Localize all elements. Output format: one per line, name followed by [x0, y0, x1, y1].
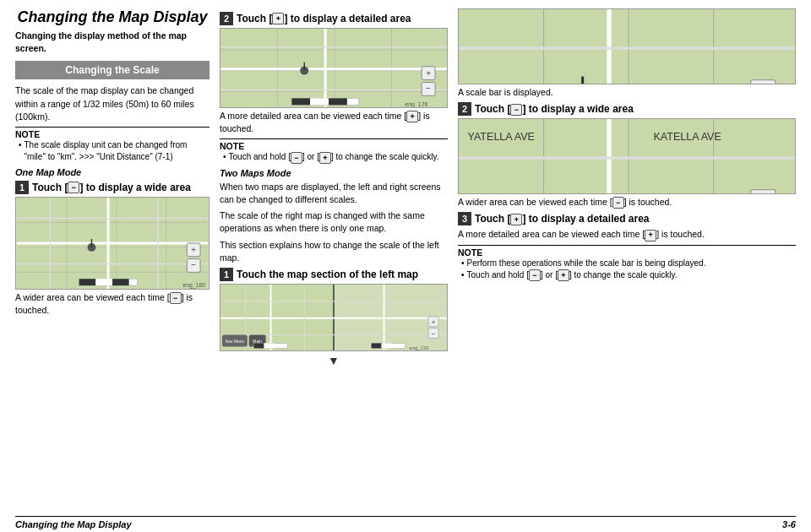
- note1-bullet-1: • The scale display unit can be changed …: [19, 139, 210, 163]
- svg-rect-16: [112, 279, 129, 285]
- main-content: Changing the Map Display Changing the di…: [15, 8, 796, 513]
- footer-left: Changing the Map Display: [15, 519, 132, 529]
- two-maps-body1: When two maps are displayed, the left an…: [220, 181, 448, 206]
- right-step2-num: 2: [458, 102, 471, 116]
- right-step3-heading: 3 Touch [+] to display a detailed area: [458, 212, 796, 225]
- svg-text:eng_160: eng_160: [182, 282, 205, 289]
- svg-rect-68: [382, 344, 392, 349]
- note1-bullet-text: The scale display unit can be changed fr…: [24, 139, 210, 163]
- svg-text:−: −: [426, 84, 431, 93]
- svg-rect-115: [751, 190, 776, 194]
- col-middle: 2 Touch [+] to display a detailed area: [220, 8, 448, 513]
- zoom-out-icon: −: [68, 182, 79, 193]
- svg-text:−: −: [432, 330, 436, 338]
- svg-rect-74: [459, 9, 795, 84]
- svg-text:+: +: [426, 68, 431, 78]
- svg-rect-36: [291, 98, 310, 105]
- svg-text:YATELLA AVE: YATELLA AVE: [467, 131, 535, 143]
- svg-text:eng_176: eng_176: [405, 101, 427, 108]
- svg-rect-37: [310, 98, 329, 105]
- note3-bullet-text-2: Touch and hold [−] or [+] to change the …: [467, 269, 678, 281]
- page: Changing the Map Display Changing the di…: [0, 0, 811, 532]
- note2-text: Touch and hold [−] or [+] to change the …: [229, 151, 439, 163]
- note-title-1: NOTE: [15, 129, 210, 139]
- zoom-in-icon-m: +: [272, 13, 284, 24]
- two-maps-body2: The scale of the right map is changed wi…: [220, 209, 448, 235]
- note-block-1: NOTE • The scale display unit can be cha…: [15, 127, 210, 163]
- note-block-3: NOTE • Perform these operations while th…: [458, 245, 796, 281]
- svg-rect-38: [329, 98, 347, 105]
- svg-text:+: +: [759, 84, 768, 84]
- svg-rect-64: [254, 344, 264, 349]
- note-title-3: NOTE: [458, 247, 796, 258]
- map-image-4: eng_167 + −: [458, 8, 796, 84]
- one-map-mode-title: One Map Mode: [15, 167, 210, 177]
- map-image-3: Nav Menu Main eng_132 + −: [220, 284, 448, 351]
- svg-rect-91: [751, 80, 776, 84]
- note-block-2: NOTE • Touch and hold [−] or [+] to chan…: [220, 138, 448, 163]
- touch-map-step-num: 1: [220, 268, 233, 281]
- note3-bullet-2: • Touch and hold [−] or [+] to change th…: [461, 269, 796, 281]
- map-svg-5: YATELLA AVE KATELLA AVE eng_168 + −: [459, 119, 795, 194]
- touch-map-step-label: Touch the map section of the left map: [237, 269, 418, 280]
- scale-description: The scale of the map display can be chan…: [15, 84, 210, 123]
- down-arrow: ▼: [220, 353, 448, 368]
- two-maps-body3: This section explains how to change the …: [220, 239, 448, 264]
- zoom-out-icon-n3: −: [529, 269, 541, 281]
- col-right: eng_167 + − A scale bar is displayed. 2 …: [458, 8, 796, 513]
- map-image-2: eng_176 + −: [220, 28, 448, 108]
- step2-num: 2: [220, 12, 233, 25]
- right-step3-num: 3: [458, 212, 471, 225]
- note2-bullet-1: • Touch and hold [−] or [+] to change th…: [223, 151, 448, 163]
- zoom-out-note: −: [291, 152, 302, 164]
- step1-body: A wider area can be viewed each time [−]…: [15, 291, 210, 317]
- right-zoom-out-icon: −: [510, 104, 522, 116]
- map-svg-2: eng_176 + −: [220, 29, 447, 108]
- map-svg-1: eng_160 + −: [16, 198, 209, 289]
- svg-text:+: +: [191, 245, 196, 254]
- zoom-icon-inline-1: −: [170, 292, 182, 304]
- svg-text:KATELLA AVE: KATELLA AVE: [653, 131, 721, 143]
- right-step2-body: A wider area can be viewed each time [−]…: [458, 196, 796, 209]
- svg-rect-15: [95, 279, 112, 285]
- right-step2-heading: 2 Touch [−] to display a wide area: [458, 102, 796, 116]
- map-svg-3: Nav Menu Main eng_132 + −: [220, 285, 447, 351]
- svg-text:+: +: [432, 318, 436, 326]
- svg-rect-14: [79, 279, 96, 285]
- svg-text:−: −: [191, 260, 196, 269]
- right-step3-body: A more detailed area can be viewed each …: [458, 228, 796, 241]
- touch-map-step-heading: 1 Touch the map section of the left map: [220, 268, 448, 281]
- map-image-1: eng_160 + −: [15, 197, 210, 290]
- svg-rect-67: [372, 344, 382, 349]
- note3-bullet-1: • Perform these operations while the sca…: [461, 258, 796, 269]
- zoom-out-icon-r2: −: [612, 197, 624, 209]
- zoom-in-icon-inline: +: [406, 111, 418, 122]
- section-header: Changing the Scale: [15, 61, 210, 79]
- zoom-in-note: +: [319, 152, 331, 164]
- step1-heading: 1 Touch [−] to display a wide area: [15, 181, 210, 194]
- svg-rect-65: [264, 344, 275, 349]
- step1-num: 1: [15, 181, 29, 194]
- zoom-in-icon-r3: +: [645, 230, 656, 242]
- subtitle: Changing the display method of the map s…: [15, 30, 210, 54]
- map-svg-4: eng_167 + −: [459, 9, 795, 84]
- note3-bullet-text-1: Perform these operations while the scale…: [467, 258, 706, 269]
- svg-text:+: +: [759, 193, 768, 194]
- step2-heading: 2 Touch [+] to display a detailed area: [220, 12, 448, 25]
- page-title: Changing the Map Display: [15, 8, 210, 26]
- map-image-5: YATELLA AVE KATELLA AVE eng_168 + −: [458, 118, 796, 194]
- col-left: Changing the Map Display Changing the di…: [15, 8, 210, 513]
- two-maps-mode-title: Two Maps Mode: [220, 168, 448, 178]
- footer-right: 3-6: [782, 519, 796, 529]
- svg-text:eng_132: eng_132: [409, 346, 428, 351]
- zoom-in-icon-n3: +: [558, 269, 569, 281]
- step2-body: A more detailed area can be viewed each …: [220, 110, 448, 135]
- footer: Changing the Map Display 3-6: [15, 516, 796, 532]
- right-scale-bar-text: A scale bar is displayed.: [458, 86, 796, 99]
- svg-text:Nav Menu: Nav Menu: [226, 340, 245, 345]
- right-zoom-in-icon: +: [510, 214, 522, 225]
- note-title-2: NOTE: [220, 141, 448, 151]
